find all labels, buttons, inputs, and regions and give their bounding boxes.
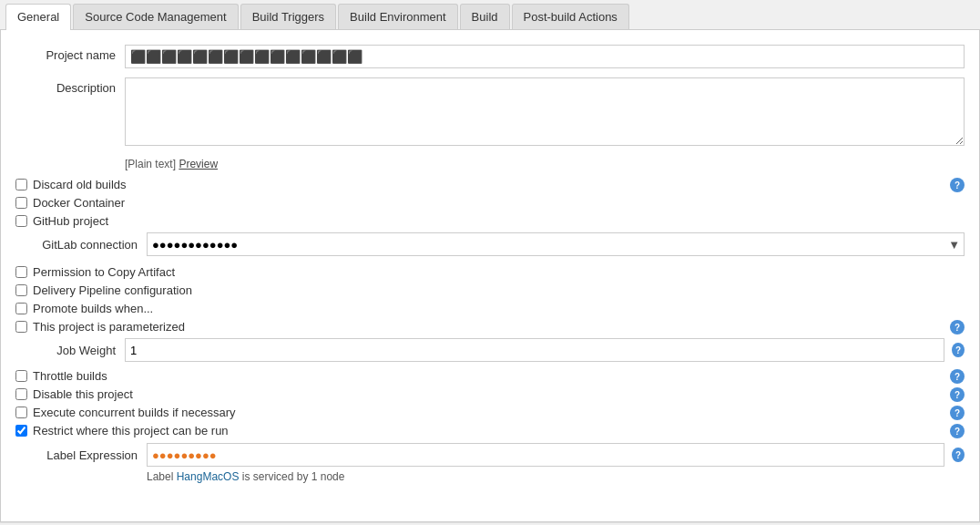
tab-build[interactable]: Build: [460, 4, 510, 29]
disable-project-row: Disable this project ?: [15, 387, 965, 401]
restrict-project-row: Restrict where this project can be run ?: [15, 424, 965, 438]
tab-build-environment[interactable]: Build Environment: [338, 4, 458, 29]
label-expression-input[interactable]: [147, 443, 944, 467]
restrict-project-label: Restrict where this project can be run: [33, 424, 229, 438]
project-name-label: Project name: [15, 45, 125, 62]
restrict-project-help-icon[interactable]: ?: [950, 424, 965, 438]
label-expression-label: Label Expression: [37, 448, 147, 462]
label-expression-row: Label Expression ?: [37, 443, 965, 467]
parameterized-help-icon[interactable]: ?: [950, 320, 965, 335]
promote-builds-checkbox[interactable]: [15, 303, 27, 314]
concurrent-builds-help-icon[interactable]: ?: [950, 406, 965, 420]
tab-bar: General Source Code Management Build Tri…: [0, 0, 980, 30]
project-name-input[interactable]: [125, 45, 965, 68]
concurrent-builds-label: Execute concurrent builds if necessary: [33, 406, 236, 419]
restrict-project-checkbox[interactable]: [15, 425, 27, 437]
plain-text-row: [Plain text] Preview: [125, 158, 965, 170]
label-hint: Label HangMacOS is serviced by 1 node: [147, 470, 965, 483]
docker-container-label: Docker Container: [33, 196, 125, 210]
promote-builds-row: Promote builds when...: [15, 302, 965, 315]
gitlab-connection-label: GitLab connection: [37, 238, 147, 252]
description-textarea[interactable]: [125, 77, 965, 146]
job-weight-help-icon[interactable]: ?: [952, 343, 965, 357]
label-expression-help-icon[interactable]: ?: [952, 448, 965, 462]
discard-builds-help-icon[interactable]: ?: [950, 178, 965, 192]
docker-container-checkbox[interactable]: [15, 197, 27, 209]
permission-copy-row: Permission to Copy Artifact: [15, 265, 965, 279]
parameterized-label: This project is parameterized: [33, 320, 185, 334]
project-name-row: Project name: [15, 45, 965, 68]
concurrent-builds-checkbox[interactable]: [15, 407, 27, 418]
promote-builds-label: Promote builds when...: [33, 302, 153, 315]
parameterized-checkbox[interactable]: [15, 321, 27, 333]
throttle-builds-label: Throttle builds: [33, 369, 107, 383]
tab-source-code[interactable]: Source Code Management: [73, 4, 238, 29]
label-hint-text1: Label: [147, 470, 177, 483]
github-project-row: GitHub project: [15, 214, 965, 228]
disable-project-checkbox[interactable]: [15, 388, 27, 400]
disable-project-help-icon[interactable]: ?: [950, 387, 965, 402]
permission-copy-label: Permission to Copy Artifact: [33, 265, 175, 279]
gitlab-connection-select[interactable]: ●●●●●●●●●●●●: [147, 232, 965, 256]
permission-copy-checkbox[interactable]: [15, 266, 27, 278]
job-weight-input[interactable]: [125, 338, 944, 362]
throttle-builds-help-icon[interactable]: ?: [950, 369, 965, 384]
gitlab-select-wrap: ●●●●●●●●●●●● ▼: [147, 232, 965, 256]
job-weight-label: Job Weight: [15, 344, 125, 357]
discard-builds-checkbox[interactable]: [15, 179, 27, 190]
description-input-wrap: [125, 77, 965, 149]
gitlab-connection-row: GitLab connection ●●●●●●●●●●●● ▼: [37, 232, 965, 256]
tab-general[interactable]: General: [5, 4, 71, 30]
project-name-input-wrap: [125, 45, 965, 68]
delivery-pipeline-label: Delivery Pipeline configuration: [33, 283, 192, 297]
preview-link[interactable]: Preview: [179, 158, 218, 170]
disable-project-label: Disable this project: [33, 387, 133, 401]
label-hint-text2: is serviced by 1 node: [239, 470, 344, 483]
plain-text-label: [Plain text]: [125, 158, 176, 170]
github-project-label: GitHub project: [33, 214, 108, 228]
parameterized-row: This project is parameterized ?: [15, 320, 965, 334]
job-weight-row: Job Weight ?: [15, 338, 965, 362]
throttle-builds-row: Throttle builds ?: [15, 369, 965, 383]
tab-post-build[interactable]: Post-build Actions: [512, 4, 629, 29]
label-hint-link[interactable]: HangMacOS: [177, 470, 240, 483]
description-label: Description: [15, 77, 125, 95]
discard-builds-row: Discard old builds ?: [15, 178, 965, 191]
delivery-pipeline-row: Delivery Pipeline configuration: [15, 283, 965, 297]
throttle-builds-checkbox[interactable]: [15, 370, 27, 382]
concurrent-builds-row: Execute concurrent builds if necessary ?: [15, 406, 965, 419]
description-row: Description: [15, 77, 965, 149]
discard-builds-label: Discard old builds: [33, 178, 127, 191]
tab-build-triggers[interactable]: Build Triggers: [240, 4, 336, 29]
delivery-pipeline-checkbox[interactable]: [15, 284, 27, 296]
docker-container-row: Docker Container: [15, 196, 965, 210]
github-project-checkbox[interactable]: [15, 215, 27, 227]
main-content: Project name Description [Plain text] Pr…: [0, 30, 980, 522]
